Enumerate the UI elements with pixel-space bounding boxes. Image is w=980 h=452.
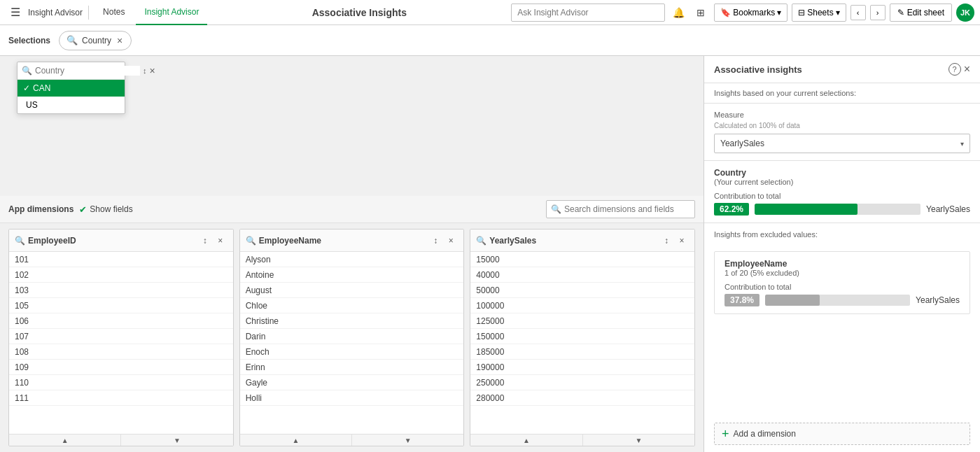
country-dropdown-panel: 🔍 ↕ × ✓ CAN US	[8, 56, 134, 120]
list-item[interactable]: 185000	[470, 344, 694, 360]
edit-sheet-button[interactable]: ✎ Edit sheet	[890, 3, 952, 22]
list-item[interactable]: Chloe	[240, 298, 464, 313]
selections-bar: Selections 🔍 Country ×	[0, 25, 980, 56]
employeename-scroll-down[interactable]: ▼	[352, 435, 463, 446]
employeeid-remove-btn[interactable]: ×	[214, 234, 227, 248]
employeeid-header: 🔍 EmployeeID ↕ ×	[9, 229, 233, 252]
list-item[interactable]: 109	[9, 360, 233, 375]
insights-close-button[interactable]: ×	[964, 63, 970, 76]
list-item[interactable]: 40000	[470, 267, 694, 283]
list-item[interactable]: August	[240, 283, 464, 298]
app-dimensions-bar: App dimensions ✔ Show fields 🔍	[0, 196, 704, 223]
employee-bar-bg	[765, 295, 910, 306]
grid-button[interactable]: ⊞	[692, 3, 710, 22]
measure-select[interactable]: YearlySales ▾	[714, 134, 970, 153]
country-sort-button[interactable]: ↕	[143, 66, 147, 75]
list-item[interactable]: 111	[9, 390, 233, 406]
list-item[interactable]: 190000	[470, 360, 694, 375]
list-item[interactable]: 250000	[470, 375, 694, 390]
yearlysales-search-icon: 🔍	[476, 236, 486, 246]
list-item[interactable]: 280000	[470, 390, 694, 406]
country-clear-button[interactable]: ×	[150, 65, 155, 76]
employeename-sort-btn[interactable]: ↕	[428, 234, 442, 248]
employee-contribution-label: Contribution to total	[724, 283, 960, 291]
list-item[interactable]: 100000	[470, 298, 694, 313]
list-item[interactable]: 50000	[470, 283, 694, 298]
yearlysales-sort-btn[interactable]: ↕	[659, 234, 673, 248]
yearlysales-remove-btn[interactable]: ×	[675, 234, 689, 248]
insights-help-button[interactable]: ?	[948, 63, 961, 76]
measure-select-arrow-icon: ▾	[960, 140, 964, 148]
employeename-remove-btn[interactable]: ×	[444, 234, 458, 248]
employeeid-list: 101102103105106107108109110111	[9, 252, 233, 434]
list-item[interactable]: Enoch	[240, 344, 464, 360]
list-item[interactable]: Antoine	[240, 267, 464, 283]
country-dropdown-header: 🔍 ↕ ×	[18, 62, 125, 80]
insights-help-section: ? ×	[948, 63, 970, 76]
dropdown-item-can-label: CAN	[33, 83, 50, 93]
employeename-header-btns: ↕ ×	[428, 234, 458, 248]
list-item[interactable]: 110	[9, 375, 233, 390]
tab-notes[interactable]: Notes	[94, 0, 133, 25]
list-item[interactable]: 108	[9, 344, 233, 360]
list-item[interactable]: 103	[9, 283, 233, 298]
list-item[interactable]: 105	[9, 298, 233, 313]
yearlysales-footer: ▲ ▼	[470, 434, 694, 446]
check-icon-show-fields: ✔	[79, 204, 87, 215]
show-fields-toggle[interactable]: ✔ Show fields	[79, 204, 132, 215]
dimensions-area: 🔍 EmployeeID ↕ × 10110210310510610710810…	[0, 223, 704, 452]
yearlysales-column: 🔍 YearlySales ↕ × 1500040000500001000001…	[470, 229, 695, 446]
pill-clear-button[interactable]: ×	[114, 35, 125, 46]
list-item[interactable]: 150000	[470, 329, 694, 344]
bookmarks-button[interactable]: 🔖 Bookmarks ▾	[714, 3, 788, 22]
search-dimensions-input[interactable]	[564, 204, 690, 214]
toolbar-right: 🔔 ⊞ 🔖 Bookmarks ▾ ⊟ Sheets ▾ ‹ › ✎ Edit …	[511, 3, 974, 22]
list-item[interactable]: 102	[9, 267, 233, 283]
plus-icon: +	[722, 428, 729, 440]
yearlysales-scroll-down[interactable]: ▼	[583, 435, 694, 446]
nav-next-button[interactable]: ›	[870, 5, 886, 20]
ask-insight-input[interactable]	[511, 3, 665, 22]
country-insight-subtitle: (Your current selection)	[714, 178, 970, 186]
menu-button[interactable]: ☰	[6, 3, 25, 22]
country-insight-title: Country	[714, 168, 970, 178]
sheets-button[interactable]: ⊟ Sheets ▾	[792, 3, 846, 22]
dropdown-item-us[interactable]: US	[18, 97, 125, 113]
list-item[interactable]: Darin	[240, 329, 464, 344]
list-item[interactable]: 125000	[470, 313, 694, 329]
employee-bar-fill	[765, 295, 820, 306]
toolbar-center: Associative Insights	[210, 7, 508, 18]
yearlysales-scroll-up[interactable]: ▲	[470, 435, 582, 446]
avatar: JK	[956, 3, 974, 22]
employeeid-scroll-up[interactable]: ▲	[9, 435, 121, 446]
employeeid-scroll-down[interactable]: ▼	[121, 435, 232, 446]
list-item[interactable]: 15000	[470, 252, 694, 267]
list-item[interactable]: Alyson	[240, 252, 464, 267]
chevron-down-icon-sheets: ▾	[836, 8, 840, 17]
employeename-title: EmployeeName	[259, 236, 426, 246]
nav-prev-button[interactable]: ‹	[850, 5, 866, 20]
list-item[interactable]: 107	[9, 329, 233, 344]
toolbar-divider	[88, 6, 89, 20]
dropdown-item-can[interactable]: ✓ CAN	[18, 80, 125, 97]
country-bar-fill	[755, 204, 858, 215]
employeeid-title: EmployeeID	[28, 236, 195, 246]
country-search-input[interactable]	[35, 66, 140, 76]
employee-insight: EmployeeName 1 of 20 (5% excluded) Contr…	[714, 251, 970, 314]
country-selection-pill[interactable]: 🔍 Country ×	[59, 31, 132, 50]
country-contribution-field: YearlySales	[926, 204, 970, 214]
list-item[interactable]: 106	[9, 313, 233, 329]
list-item[interactable]: Gayle	[240, 375, 464, 390]
employeeid-footer: ▲ ▼	[9, 434, 233, 446]
list-item[interactable]: Erinn	[240, 360, 464, 375]
yearlysales-header-btns: ↕ ×	[659, 234, 689, 248]
list-item[interactable]: Holli	[240, 390, 464, 406]
add-dimension-button[interactable]: + Add a dimension	[714, 423, 970, 445]
employeeid-sort-btn[interactable]: ↕	[198, 234, 212, 248]
list-item[interactable]: 101	[9, 252, 233, 267]
employeename-scroll-up[interactable]: ▲	[240, 435, 352, 446]
notification-button[interactable]: 🔔	[669, 3, 687, 22]
tab-insight-advisor[interactable]: Insight Advisor	[136, 0, 207, 25]
country-insight-section: Country (Your current selection) Contrib…	[704, 161, 980, 223]
list-item[interactable]: Christine	[240, 313, 464, 329]
